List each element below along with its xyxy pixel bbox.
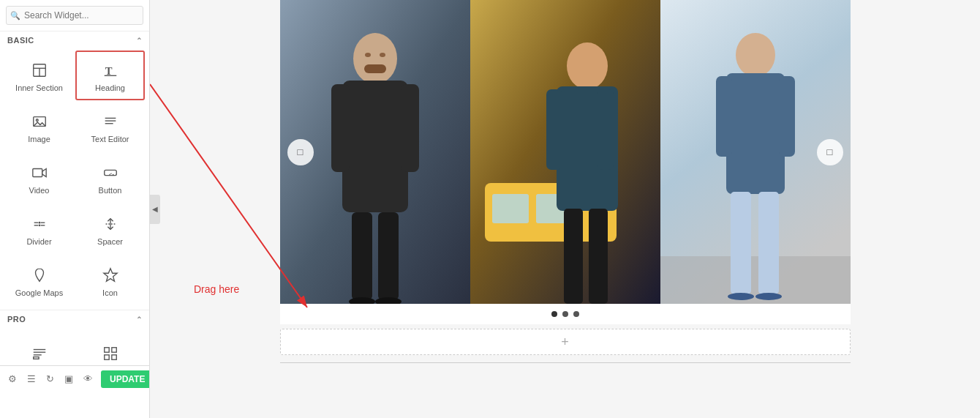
svg-rect-62 (731, 192, 751, 294)
widget-spacer-label: Spacer (97, 237, 123, 246)
text-editor-icon (102, 111, 118, 132)
search-icon: 🔍 (10, 11, 20, 20)
add-section-button[interactable]: + (280, 329, 851, 355)
search-area: 🔍 (0, 0, 149, 31)
svg-rect-63 (758, 192, 779, 294)
svg-point-6 (36, 119, 38, 122)
widget-sidebar: 🔍 BASIC ⌃ (0, 0, 150, 418)
main-canvas: ◀ □ (150, 0, 980, 418)
svg-point-14 (112, 174, 113, 176)
svg-rect-57 (660, 256, 851, 304)
svg-text:Drag here: Drag here (194, 283, 239, 295)
widget-google-maps-label: Google Maps (15, 288, 63, 297)
pro-chevron-icon: ⌃ (136, 316, 143, 324)
widgets-scroll-area: BASIC ⌃ Inner Section (0, 31, 149, 365)
svg-rect-36 (342, 81, 408, 212)
inner-section-icon (31, 60, 48, 81)
svg-point-20 (38, 224, 40, 226)
google-maps-icon (31, 265, 48, 285)
svg-point-50 (567, 42, 608, 89)
widget-video-label: Video (29, 186, 50, 195)
pro-section: PRO ⌃ (0, 310, 149, 365)
svg-point-35 (353, 33, 397, 84)
carousel-prev-button[interactable]: □ (287, 139, 314, 165)
widget-pro-list[interactable] (4, 329, 74, 365)
svg-rect-28 (33, 357, 38, 359)
basic-chevron-icon: ⌃ (136, 37, 143, 45)
widget-video[interactable]: Video (4, 153, 74, 203)
pro-grid-icon (102, 343, 118, 364)
svg-rect-37 (331, 84, 350, 172)
svg-rect-59 (726, 73, 785, 194)
carousel-dot-3[interactable] (573, 311, 579, 317)
widget-divider-label: Divider (26, 237, 51, 246)
widget-google-maps[interactable]: Google Maps (4, 255, 74, 305)
section-divider (280, 362, 851, 363)
carousel-section: □ (280, 0, 851, 324)
pro-list-icon (31, 343, 48, 364)
sidebar-content: 🔍 BASIC ⌃ (0, 0, 149, 392)
heading-icon: T (102, 60, 118, 81)
basic-section-header[interactable]: BASIC ⌃ (0, 31, 149, 49)
svg-point-43 (365, 53, 371, 57)
button-icon (102, 163, 118, 183)
svg-rect-38 (401, 84, 419, 172)
svg-rect-53 (598, 89, 614, 170)
layers-icon[interactable]: ☰ (25, 372, 38, 386)
preview-icon[interactable]: 👁 (81, 372, 95, 386)
responsive-icon[interactable]: ▣ (62, 372, 75, 386)
add-section-icon: + (561, 335, 569, 350)
divider-icon (31, 214, 48, 234)
spacer-icon (102, 214, 118, 234)
svg-rect-31 (104, 355, 108, 359)
svg-point-23 (38, 272, 41, 275)
widget-spacer[interactable]: Spacer (75, 204, 145, 254)
basic-widget-grid: Inner Section T Heading (0, 49, 149, 307)
svg-point-65 (755, 293, 782, 300)
svg-rect-30 (111, 348, 116, 352)
widget-icon-label: Icon (102, 288, 118, 297)
svg-rect-55 (589, 209, 608, 304)
history-icon[interactable]: ↻ (44, 372, 56, 386)
svg-text:T: T (105, 65, 112, 77)
svg-point-58 (736, 33, 775, 77)
widget-text-editor[interactable]: Text Editor (75, 102, 145, 152)
widget-divider[interactable]: Divider (4, 204, 74, 254)
image-icon (31, 111, 48, 132)
svg-rect-32 (111, 355, 116, 359)
widget-text-editor-label: Text Editor (91, 135, 129, 143)
carousel-container: □ (280, 0, 851, 304)
update-button[interactable]: UPDATE (101, 370, 149, 388)
widget-inner-section[interactable]: Inner Section (4, 51, 74, 100)
carousel-dots (280, 304, 851, 324)
svg-rect-40 (378, 212, 399, 300)
svg-rect-61 (779, 76, 795, 157)
basic-section-label: BASIC (7, 36, 34, 45)
carousel-next-button[interactable]: □ (817, 139, 843, 165)
svg-rect-48 (492, 194, 529, 223)
svg-rect-12 (104, 170, 116, 175)
widget-heading[interactable]: T Heading (75, 51, 145, 100)
collapse-sidebar-button[interactable]: ◀ (150, 195, 160, 224)
settings-icon[interactable]: ⚙ (6, 372, 19, 386)
canvas-area: ◀ □ (150, 0, 980, 418)
search-input[interactable] (6, 6, 143, 25)
pro-section-header[interactable]: PRO ⌃ (0, 310, 149, 328)
icon-icon (102, 265, 118, 285)
svg-rect-52 (546, 89, 562, 170)
svg-point-64 (728, 293, 754, 300)
widget-heading-label: Heading (95, 83, 125, 92)
pro-section-label: PRO (7, 315, 26, 324)
svg-rect-54 (564, 209, 583, 304)
widget-pro-grid[interactable] (75, 329, 145, 365)
carousel-dot-2[interactable] (562, 311, 568, 317)
svg-rect-60 (716, 76, 732, 157)
svg-point-44 (380, 53, 385, 57)
svg-rect-39 (352, 212, 372, 300)
bottom-toolbar: ⚙ ☰ ↻ ▣ 👁 UPDATE ▾ (0, 365, 149, 392)
widget-image[interactable]: Image (4, 102, 74, 152)
svg-marker-24 (103, 269, 116, 281)
widget-button[interactable]: Button (75, 153, 145, 203)
widget-icon[interactable]: Icon (75, 255, 145, 305)
carousel-dot-1[interactable] (551, 311, 557, 317)
